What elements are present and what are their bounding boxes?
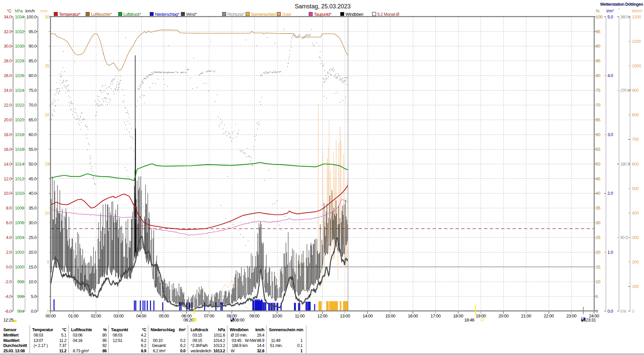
svg-text:Windböen: Windböen <box>230 328 249 332</box>
svg-text:188.9 km: 188.9 km <box>232 343 248 348</box>
svg-text:04:00: 04:00 <box>136 313 146 318</box>
svg-text:15.0: 15.0 <box>29 264 37 270</box>
svg-text:°C: °C <box>7 8 12 13</box>
svg-text:°C: °C <box>142 328 146 332</box>
svg-text:%: % <box>596 8 600 13</box>
svg-text:1014.2: 1014.2 <box>213 338 225 343</box>
svg-text:55: 55 <box>596 147 600 152</box>
svg-text:Luftdruck: Luftdruck <box>191 328 208 332</box>
svg-text:500: 500 <box>632 186 639 191</box>
svg-text:14.0: 14.0 <box>4 162 12 167</box>
svg-text:86.9: 86.9 <box>257 338 265 343</box>
svg-text:6.2 l/m²: 6.2 l/m² <box>153 349 166 353</box>
svg-text:80.0: 80.0 <box>29 73 37 78</box>
svg-text:18:46: 18:46 <box>464 317 474 322</box>
svg-text:1010: 1010 <box>15 191 24 196</box>
svg-text:0 N: 0 N <box>621 309 626 314</box>
svg-text:°: ° <box>618 7 620 12</box>
svg-text:8.9: 8.9 <box>141 349 146 353</box>
svg-text:34.0: 34.0 <box>4 14 12 19</box>
svg-text:17:00: 17:00 <box>430 313 440 318</box>
svg-text:07:00: 07:00 <box>204 313 214 318</box>
svg-text:20.0: 20.0 <box>29 250 37 255</box>
svg-text:45: 45 <box>596 176 600 181</box>
svg-text:90: 90 <box>596 44 600 49</box>
svg-text:20: 20 <box>596 250 600 255</box>
svg-text:0.0: 0.0 <box>607 309 613 314</box>
svg-text:5.0: 5.0 <box>607 14 613 19</box>
svg-text:MinWert: MinWert <box>3 333 18 338</box>
svg-text:75: 75 <box>596 88 600 93</box>
svg-text:09:00: 09:00 <box>249 313 259 318</box>
svg-text:270 W: 270 W <box>621 88 632 93</box>
svg-text:Taupunkt: Taupunkt <box>111 328 128 332</box>
svg-text:15:00: 15:00 <box>385 313 395 318</box>
svg-text:1032: 1032 <box>15 29 24 34</box>
svg-text:Sonnenschein: Sonnenschein <box>251 12 276 17</box>
svg-text:360 N: 360 N <box>621 15 630 19</box>
svg-text:3.0: 3.0 <box>607 132 613 137</box>
svg-text:1000: 1000 <box>15 264 24 270</box>
svg-text:12:00: 12:00 <box>317 313 327 318</box>
svg-text:22:00: 22:00 <box>544 313 554 318</box>
svg-text:80: 80 <box>596 73 600 78</box>
svg-text:0.0: 0.0 <box>31 309 37 314</box>
svg-text:16.0: 16.0 <box>4 147 12 152</box>
svg-text:70.0: 70.0 <box>29 103 37 108</box>
svg-text:03:45: 03:45 <box>232 338 241 343</box>
svg-text:04:16: 04:16 <box>73 338 83 343</box>
svg-text:32.8: 32.8 <box>257 349 265 353</box>
svg-text:1002: 1002 <box>15 250 24 255</box>
svg-text:95.0: 95.0 <box>29 29 37 34</box>
svg-text:18:00: 18:00 <box>453 313 463 318</box>
svg-text:Solar: Solar <box>282 12 291 17</box>
svg-text:Richtung*: Richtung* <box>227 12 245 17</box>
svg-text:30: 30 <box>596 220 600 225</box>
svg-text:10.0: 10.0 <box>29 279 37 284</box>
svg-text:03:15: 03:15 <box>193 333 202 338</box>
svg-text:Samstag, 25.03.2023: Samstag, 25.03.2023 <box>295 3 351 10</box>
svg-text:06:20: 06:20 <box>183 317 194 322</box>
svg-text:W/m²: W/m² <box>632 8 643 13</box>
svg-text:13:00: 13:00 <box>340 313 350 318</box>
svg-text:400: 400 <box>632 211 639 216</box>
svg-text:4.2: 4.2 <box>141 333 146 338</box>
svg-text:1.0: 1.0 <box>607 250 613 255</box>
svg-text:00:00: 00:00 <box>46 313 56 318</box>
svg-text:1000: 1000 <box>632 63 641 68</box>
svg-text:65.0: 65.0 <box>29 117 37 122</box>
svg-text:Temperatur*: Temperatur* <box>59 12 80 17</box>
svg-text:65: 65 <box>596 117 600 122</box>
svg-text:03:00: 03:00 <box>113 313 123 318</box>
svg-text:15: 15 <box>596 264 600 270</box>
svg-text:l/m²: l/m² <box>179 328 185 332</box>
svg-text:13:07: 13:07 <box>34 338 43 343</box>
svg-text:°C: °C <box>62 328 66 332</box>
svg-text:800: 800 <box>632 112 639 117</box>
svg-text:15: 15 <box>45 162 50 167</box>
svg-text:1026: 1026 <box>15 73 24 78</box>
svg-text:40: 40 <box>596 191 600 196</box>
svg-text:100: 100 <box>632 284 639 289</box>
svg-text:08:00: 08:00 <box>234 317 245 322</box>
svg-text:^2.3hPa/h: ^2.3hPa/h <box>191 343 208 348</box>
svg-text:1022: 1022 <box>15 103 24 108</box>
svg-text:10:00: 10:00 <box>272 313 282 318</box>
svg-text:min: min <box>40 8 47 13</box>
svg-text:998: 998 <box>17 279 24 284</box>
svg-text:20:00: 20:00 <box>498 313 508 318</box>
svg-text:85.0: 85.0 <box>29 58 37 63</box>
svg-text:-2.0: -2.0 <box>5 279 12 284</box>
svg-text:55.0: 55.0 <box>29 147 37 152</box>
svg-text:Durchschnitt: Durchschnitt <box>3 343 27 348</box>
svg-text:5.0: 5.0 <box>31 294 37 299</box>
svg-text:8.0: 8.0 <box>6 205 12 211</box>
svg-text:5.1: 5.1 <box>61 333 66 338</box>
svg-text:MaxWert: MaxWert <box>3 338 19 343</box>
svg-text:40.0: 40.0 <box>29 191 37 196</box>
svg-text:6.2: 6.2 <box>180 343 185 348</box>
svg-text:hPa: hPa <box>15 8 23 13</box>
svg-text:10: 10 <box>45 211 50 216</box>
svg-text:9.2: 9.2 <box>141 338 146 343</box>
svg-text:Niederschlag: Niederschlag <box>151 328 175 332</box>
